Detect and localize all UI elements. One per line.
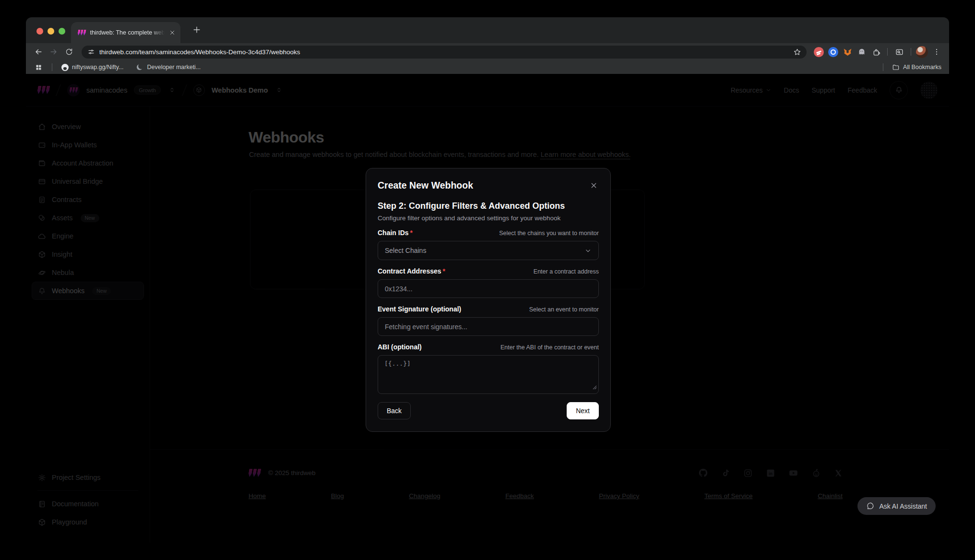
field-helper: Enter the ABI of the contract or event [500,344,599,351]
divider [883,63,883,71]
bookmark-star-icon[interactable] [790,45,804,59]
site-settings-icon[interactable] [87,48,95,56]
all-bookmarks-button[interactable]: All Bookmarks [892,63,941,71]
required-marker: * [443,267,445,275]
github-favicon [61,63,69,71]
modal-close-button[interactable] [589,180,599,191]
forward-icon[interactable] [47,45,60,59]
modal-title: Create New Webhook [378,180,473,191]
abi-field: ABI (optional) Enter the ABI of the cont… [378,343,599,394]
thirdweb-dashboard: saminacodes Growth Webhooks Demo Resourc… [26,74,949,543]
all-bookmarks-label: All Bookmarks [903,64,941,71]
extension-blue-icon[interactable] [827,46,839,58]
ask-ai-label: Ask AI Assistant [879,502,927,510]
browser-tab[interactable]: thirdweb: The complete web3 [71,22,180,43]
metamask-icon[interactable] [841,46,854,58]
bookmarks-bar: niftyswap.gg/Nifty... Developer marketi.… [26,60,949,74]
chain-select-value: Select Chains [385,247,426,254]
field-label: Chain IDs* [378,229,413,237]
divider [911,48,911,56]
tab-close-icon[interactable] [169,29,176,36]
event-signature-input[interactable] [378,317,599,336]
extensions-puzzle-icon[interactable] [870,46,882,58]
url-bar[interactable]: thirdweb.com/team/saminacodes/Webhooks-D… [82,46,807,59]
close-window-button[interactable] [36,28,43,35]
field-helper: Select the chains you want to monitor [499,230,599,237]
field-label: Contract Addresses* [378,267,445,275]
bookmark-item[interactable]: Developer marketi... [136,63,201,71]
back-button[interactable]: Back [378,402,411,419]
divider [887,48,888,56]
reload-icon[interactable] [62,45,76,59]
field-helper: Enter a contract address [534,268,599,275]
apps-grid-icon[interactable] [34,62,43,72]
window-controls [36,28,65,35]
bookmark-item[interactable]: niftyswap.gg/Nifty... [61,63,123,71]
chevron-down-icon [584,247,592,254]
chain-select[interactable]: Select Chains [378,241,599,260]
bookmark-label: niftyswap.gg/Nifty... [72,64,123,71]
bookmark-label: Developer marketi... [147,64,201,71]
chat-bubble-icon [866,502,874,510]
tab-strip: thirdweb: The complete web3 [26,17,949,43]
contract-addresses-field: Contract Addresses* Enter a contract add… [378,267,599,298]
abi-textarea[interactable] [378,355,599,394]
new-tab-button[interactable] [192,25,202,35]
browser-menu-icon[interactable] [930,45,943,59]
thirdweb-favicon [77,30,86,36]
required-marker: * [410,229,413,237]
url-text: thirdweb.com/team/saminacodes/Webhooks-D… [99,48,786,56]
chain-ids-field: Chain IDs* Select the chains you want to… [378,229,599,260]
next-button[interactable]: Next [567,402,599,419]
extension-red-icon[interactable] [812,46,825,58]
browser-window: thirdweb: The complete web3 thirdweb.com… [26,17,949,543]
browser-profile-avatar[interactable] [916,46,928,58]
step-subtitle: Configure filter options and advanced se… [378,214,599,222]
close-icon [590,181,598,190]
minimize-window-button[interactable] [48,28,54,35]
contract-address-input[interactable] [378,279,599,298]
field-label: ABI (optional) [378,343,422,351]
crescent-favicon [136,63,143,71]
phantom-ghost-icon[interactable] [856,46,868,58]
event-signature-field: Event Signature (optional) Select an eve… [378,305,599,336]
ask-ai-assistant-button[interactable]: Ask AI Assistant [857,497,936,515]
create-webhook-modal: Create New Webhook Step 2: Configure Fil… [366,168,611,432]
back-icon[interactable] [32,45,45,59]
tab-title: thirdweb: The complete web3 [90,29,165,36]
field-label: Event Signature (optional) [378,305,461,313]
step-title: Step 2: Configure Filters & Advanced Opt… [378,201,599,211]
zoom-window-button[interactable] [59,28,65,35]
field-helper: Select an event to monitor [529,306,599,313]
browser-toolbar: thirdweb.com/team/saminacodes/Webhooks-D… [26,43,949,60]
side-panel-icon[interactable] [892,45,906,59]
folder-icon [893,65,898,70]
divider [52,63,52,71]
